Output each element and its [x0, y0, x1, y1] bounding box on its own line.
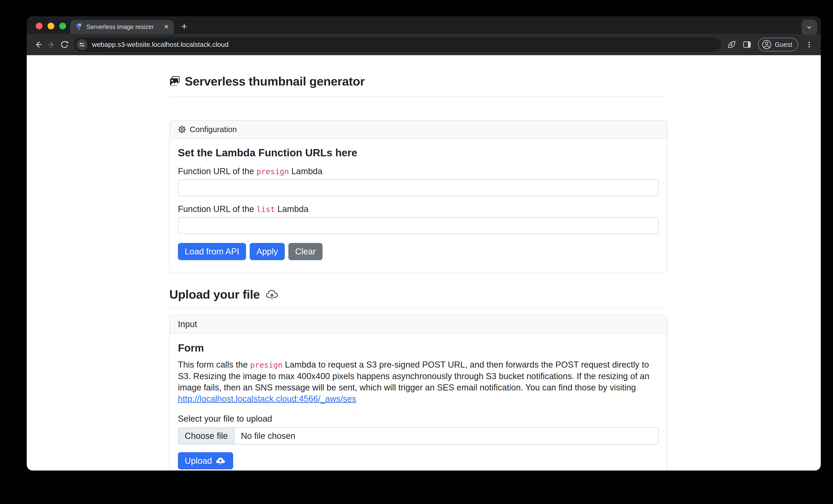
configuration-card-header: Configuration: [170, 121, 667, 138]
tab-strip: Serverless image resizer ✕ +: [27, 16, 821, 34]
file-status-text: No file chosen: [235, 431, 295, 441]
browser-toolbar: webapp.s3-website.localhost.localstack.c…: [27, 34, 821, 55]
page-title: Serverless thumbnail generator: [185, 74, 365, 88]
reload-button[interactable]: [58, 38, 71, 51]
back-button[interactable]: [32, 38, 45, 51]
presign-label-suffix: Lambda: [289, 167, 322, 176]
presign-url-input[interactable]: [178, 179, 659, 196]
gear-icon: [178, 125, 186, 133]
choose-file-button[interactable]: Choose file: [178, 428, 235, 444]
cloud-upload-icon: [266, 289, 279, 300]
input-header-label: Input: [178, 320, 197, 329]
file-input[interactable]: Choose file No file chosen: [178, 427, 659, 445]
side-panel-button[interactable]: [740, 38, 754, 51]
back-arrow-icon: [34, 40, 43, 49]
intro-text-1: This form calls the: [178, 360, 250, 370]
url-text[interactable]: webapp.s3-website.localhost.localstack.c…: [92, 41, 229, 48]
energy-saver-button[interactable]: [725, 38, 738, 51]
clear-button[interactable]: Clear: [288, 243, 323, 260]
divider: [169, 96, 667, 97]
upload-section-heading: Upload your file: [169, 287, 260, 301]
input-card-header: Input: [170, 316, 667, 334]
images-icon: [169, 76, 180, 86]
guest-avatar-icon: [762, 40, 772, 50]
browser-tab[interactable]: Serverless image resizer ✕: [70, 20, 174, 34]
address-bar[interactable]: webapp.s3-website.localhost.localstack.c…: [74, 37, 721, 52]
load-from-api-button[interactable]: Load from API: [178, 243, 246, 260]
kebab-menu-icon: [805, 41, 813, 49]
presign-url-label: Function URL of the presign Lambda: [178, 167, 659, 176]
presign-code: presign: [257, 167, 289, 176]
apply-button[interactable]: Apply: [250, 243, 285, 260]
reload-icon: [60, 40, 69, 49]
intro-presign-code: presign: [250, 360, 283, 370]
upload-button[interactable]: Upload: [178, 452, 233, 470]
maximize-window-button[interactable]: [59, 23, 66, 29]
site-settings-button[interactable]: [76, 39, 87, 50]
profile-label: Guest: [775, 41, 792, 48]
site-settings-icon: [78, 41, 85, 48]
upload-button-label: Upload: [185, 456, 212, 466]
input-card: Input Form This form calls the presign L…: [169, 315, 667, 471]
list-label-suffix: Lambda: [275, 204, 309, 214]
list-url-input[interactable]: [178, 217, 659, 234]
profile-button[interactable]: Guest: [758, 38, 798, 51]
traffic-lights: [36, 23, 66, 29]
forward-button[interactable]: [45, 38, 58, 51]
forward-arrow-icon: [47, 40, 56, 49]
configuration-card: Configuration Set the Lambda Function UR…: [169, 120, 667, 273]
browser-menu-button[interactable]: [803, 38, 816, 51]
close-tab-icon[interactable]: ✕: [164, 24, 169, 30]
new-tab-button[interactable]: +: [177, 19, 191, 33]
web-page: Serverless thumbnail generator: [27, 55, 821, 471]
configuration-header-label: Configuration: [190, 125, 237, 134]
chevron-down-icon: [806, 24, 813, 31]
side-panel-icon: [742, 40, 752, 49]
file-select-label: Select your file to upload: [178, 414, 659, 424]
browser-window: Serverless image resizer ✕ +: [27, 16, 821, 471]
divider: [169, 308, 667, 308]
list-label-text: Function URL of the: [178, 204, 257, 214]
config-heading: Set the Lambda Function URLs here: [178, 147, 659, 159]
form-description: This form calls the presign Lambda to re…: [178, 359, 659, 404]
close-window-button[interactable]: [36, 23, 43, 29]
form-heading: Form: [178, 342, 659, 354]
tab-search-button[interactable]: [801, 20, 817, 35]
list-code: list: [257, 205, 275, 214]
list-url-label: Function URL of the list Lambda: [178, 204, 659, 214]
localstack-favicon-icon: [75, 23, 83, 31]
tab-title: Serverless image resizer: [87, 24, 160, 30]
leaf-bolt-icon: [727, 40, 736, 49]
cloud-upload-filled-icon: [215, 457, 227, 465]
minimize-window-button[interactable]: [48, 23, 54, 29]
ses-link[interactable]: http://localhost.localstack.cloud:4566/_…: [178, 394, 356, 404]
presign-label-text: Function URL of the: [178, 167, 257, 176]
